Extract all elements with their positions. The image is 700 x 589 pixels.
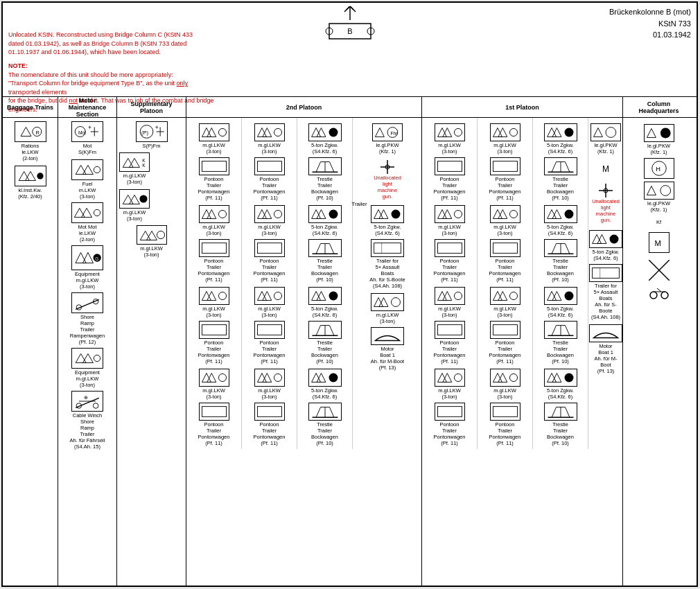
svg-point-114	[329, 373, 338, 383]
svg-point-152	[509, 128, 517, 136]
hq-motorcycle	[624, 285, 693, 300]
hq-symbol: H	[624, 158, 693, 179]
cable-winch-unit: ⊕ Cable WinchShoreRampTrailerAh. für Fäh…	[60, 389, 115, 450]
2nd-subcol4: Fhr le.gl.PKW(Kfz. 1) Unallocatedligh	[353, 118, 421, 373]
2nd-2-truck3: m.gl.LKW(3-ton)	[254, 287, 285, 318]
1st-2-pontoon2: PontoonTrailerPontonwagen(Pf. 11)	[489, 239, 521, 283]
2nd-subcol2: m.gl.LKW(3-ton) PontoonTrailerPontonwage…	[242, 118, 297, 449]
2nd-4-assault-trailer: Trailer for5× AssaultBoatsAh. für S-Boot…	[369, 239, 405, 289]
svg-text:M: M	[602, 164, 609, 174]
suppl-equip-truck: m.gl.LKW(3-ton)	[119, 225, 184, 258]
svg-point-160	[509, 292, 517, 299]
svg-point-70	[218, 373, 226, 381]
2nd-3-trestle1: TrestleTrailerBockwagen(Pf. 10)	[308, 157, 342, 201]
1st-4-assault-trailer: Trailer for5× AssaultBoatsAh. für S-Boot…	[589, 264, 622, 320]
svg-marker-213	[647, 186, 656, 195]
svg-point-156	[509, 210, 517, 218]
1st-4-m-symbol: M	[599, 161, 613, 175]
svg-marker-209	[647, 129, 656, 138]
svg-rect-165	[493, 407, 517, 417]
svg-rect-157	[493, 243, 517, 254]
equip-unit-2: Equipmentm.gl.LKW(3-ton)	[60, 346, 115, 388]
header-baggage: Baggage Trains	[3, 97, 58, 117]
svg-line-92	[316, 162, 320, 173]
rations-unit: R Rationsle.LKW(2-ton)	[4, 121, 56, 161]
svg-line-196	[565, 407, 569, 418]
svg-text:R: R	[35, 130, 40, 136]
svg-point-218	[650, 292, 657, 299]
svg-line-118	[329, 407, 333, 418]
svg-text:K: K	[142, 163, 146, 168]
1st-2-truck4: m.gl.LKW(3-ton)	[490, 369, 520, 400]
svg-marker-24	[82, 208, 92, 217]
2nd-1-truck1: m.gl.LKW(3-ton)	[199, 121, 229, 155]
1st-2-truck1: m.gl.LKW(3-ton)	[490, 121, 520, 155]
svg-rect-79	[257, 243, 281, 254]
header-suppl: Supplmentary Platoon	[117, 97, 186, 117]
svg-point-136	[454, 128, 462, 136]
svg-point-39	[93, 403, 98, 408]
header-motor: MotorMaintenanceSection	[58, 97, 117, 117]
svg-rect-161	[493, 325, 517, 335]
svg-point-219	[661, 292, 668, 299]
1st-1-truck4: m.gl.LKW(3-ton)	[435, 369, 465, 400]
title-line3: 01.03.1942	[609, 29, 691, 41]
2nd-1-pontoon1: PontoonTrailerPontonwagen(Pf. 11)	[198, 157, 230, 201]
2nd-1-pontoon4: PontoonTrailerPontonwagen(Pf. 11)	[198, 403, 230, 446]
svg-rect-75	[257, 161, 281, 172]
2nd-3-trestle3: TrestleTrailerBockwagen(Pf. 10)	[308, 321, 342, 364]
svg-rect-153	[493, 161, 517, 172]
svg-point-35	[94, 355, 100, 361]
column-headers: Baggage Trains MotorMaintenanceSection S…	[3, 97, 697, 118]
inst-unit: kl.Inst.Kw.(Kfz. 2/40)	[4, 163, 56, 200]
2nd-2-truck4: m.gl.LKW(3-ton)	[254, 369, 285, 400]
svg-point-206	[610, 235, 619, 244]
2nd-2-pontoon1: PontoonTrailerPontonwagen(Pf. 11)	[254, 157, 286, 201]
svg-marker-26	[76, 252, 86, 263]
svg-point-62	[218, 210, 226, 218]
svg-marker-198	[593, 128, 602, 137]
svg-point-74	[274, 128, 281, 136]
svg-point-176	[564, 210, 573, 219]
mot-mot-unit: Mot Motle.LKW(2-ton)	[60, 201, 115, 243]
2nd-1-pontoon2: PontoonTrailerPontonwagen(Pf. 11)	[198, 239, 230, 283]
svg-line-108	[316, 326, 320, 336]
svg-text:+: +	[88, 124, 91, 131]
svg-line-221	[657, 288, 661, 292]
2nd-4-pkw: Fhr le.gl.PKW(Kfz. 1)	[372, 121, 403, 155]
1st-4-pkw: le.gl.PKW(Kfz. 1)	[590, 121, 621, 155]
2nd-2-pontoon2: PontoonTrailerPontonwagen(Pf. 11)	[254, 239, 286, 283]
1st-1-pontoon3: PontoonTrailerPontonwagen(Pf. 11)	[434, 321, 466, 364]
svg-point-144	[454, 292, 462, 299]
title-block: Brückenkolonne B (mot) KStN 733 01.03.19…	[609, 6, 691, 41]
svg-rect-87	[257, 407, 281, 417]
2nd-1-truck4: m.gl.LKW(3-ton)	[199, 369, 229, 400]
1st-1-truck3: m.gl.LKW(3-ton)	[435, 287, 465, 318]
hq-m-symbol: M	[624, 232, 693, 253]
svg-text:Mot: Mot	[78, 130, 86, 135]
svg-point-55	[157, 231, 164, 238]
svg-point-133	[392, 298, 401, 307]
1st-subcol3: 5-ton Zgkw.(S4.Kfz. 6) TrestleTrailerBoc…	[533, 118, 588, 449]
1st-3-truck2: 5-ton Zgkw.(S4.Kfz. 6)	[544, 205, 577, 236]
2nd-subcol3: 5-ton Zgkw.(S4.Kfz. 6) TrestleTrailerBoc…	[297, 118, 353, 449]
1st-2-pontoon4: PontoonTrailerPontonwagen(Pf. 11)	[489, 403, 521, 446]
svg-marker-27	[82, 252, 93, 263]
svg-marker-20	[76, 165, 86, 174]
2nd-2-pontoon3: PontoonTrailerPontonwagen(Pf. 11)	[254, 321, 286, 364]
svg-line-194	[552, 407, 556, 418]
svg-marker-34	[82, 353, 93, 362]
1st-3-trestle2: TrestleTrailerBockwagen(Pf. 10)	[544, 239, 577, 283]
hq-cross	[624, 260, 693, 281]
svg-point-199	[606, 128, 616, 138]
svg-text:H: H	[656, 166, 660, 173]
1st-3-truck3: 5-ton Zgkw.(S4.Kfz. 6)	[544, 287, 577, 318]
1st-2-truck3: m.gl.LKW(3-ton)	[490, 287, 520, 318]
main-content: Baggage Trains MotorMaintenanceSection S…	[3, 96, 697, 586]
2nd-1-truck3: m.gl.LKW(3-ton)	[199, 287, 229, 318]
svg-marker-23	[74, 208, 85, 217]
svg-rect-67	[202, 325, 226, 335]
2nd-subcol1: m.gl.LKW(3-ton) PontoonTrailerPontonwage…	[186, 118, 242, 449]
col-2nd: m.gl.LKW(3-ton) PontoonTrailerPontonwage…	[186, 118, 422, 586]
1st-3-trestle1: TrestleTrailerBockwagen(Pf. 10)	[544, 157, 577, 201]
